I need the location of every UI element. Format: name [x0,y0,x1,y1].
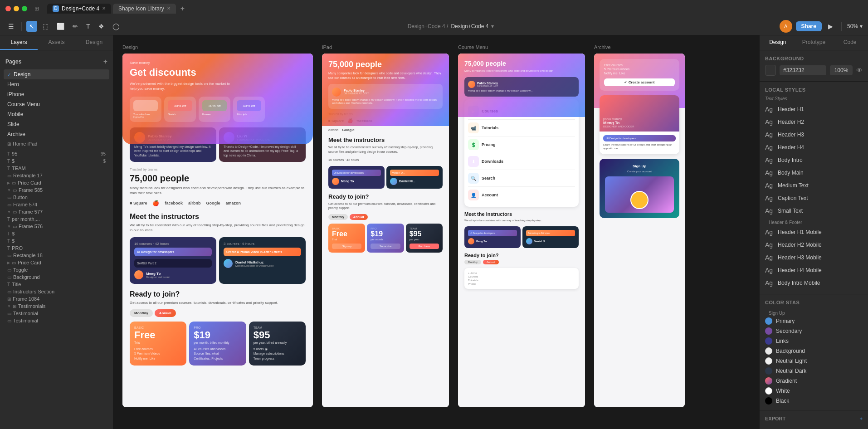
layer-rect18[interactable]: ▭ Rectangle 18 [4,252,109,259]
page-item-mobile[interactable]: Mobile [4,109,109,119]
text-style-h1-mobile[interactable]: Ag Header H1 Mobile [765,227,863,238]
layer-frame577[interactable]: ▼ ▭ Frame 577 [4,208,109,215]
ag-icon-3: Ag [765,131,774,138]
text-pro-icon: T [7,246,10,251]
move-tool[interactable]: ↖ [26,21,37,32]
text-style-h1[interactable]: Ag Header H1 [765,104,863,115]
layer-instructors[interactable]: ▭ Instructors Section [4,288,109,295]
play-button[interactable]: ▶ [825,21,836,32]
text-style-caption[interactable]: Ag Caption Text [765,193,863,204]
layer-toggle[interactable]: ▭ Toggle [4,266,109,273]
bg-opacity-value[interactable]: 100% [830,65,853,75]
page-item-hero[interactable]: Hero [4,79,109,89]
page-item-iphone[interactable]: iPhone [4,89,109,99]
color-background[interactable]: Background [765,347,863,355]
color-secondary[interactable]: Secondary [765,327,863,335]
tab-design[interactable]: Design [760,35,796,50]
layer-button[interactable]: ▭ Button [4,194,109,201]
layer-testimonial-2[interactable]: ▭ Testimonial [4,317,109,324]
layer-frame576[interactable]: ▼ ▭ Frame 576 [4,223,109,230]
page-item-course-menu[interactable]: Course Menu [4,99,109,109]
page-item-design[interactable]: ✓ Design [4,69,109,79]
ready-title: Ready to join? [130,290,306,298]
menu-button[interactable]: ☰ [5,21,17,32]
bg-color-value[interactable]: #323232 [780,65,826,75]
color-gradient[interactable]: Gradient [765,377,863,385]
design-tab-left[interactable]: Design [75,35,113,50]
price-card-pro: PRO $19 per month, billed monthly All co… [189,322,246,366]
layer-per-month[interactable]: T per month,... [4,215,109,223]
layer-frame585[interactable]: ▼ ▭ Frame 585 [4,186,109,194]
tab-prototype[interactable]: Prototype [796,35,832,50]
layer-dollar-3[interactable]: T $ [4,237,109,244]
home-ipad-group[interactable]: ⊞ Home iPad [4,139,109,148]
text-style-h4[interactable]: Ag Header H4 [765,142,863,153]
layer-frame574[interactable]: ▭ Frame 574 [4,201,109,208]
toggle-annual[interactable]: Annual [155,309,176,317]
layer-95[interactable]: T 95 95 [4,150,109,157]
text-style-body-main[interactable]: Ag Body Main [765,167,863,178]
pen-tool[interactable]: ✏ [70,21,81,32]
share-button[interactable]: Share [796,21,822,31]
text-style-h3-mobile[interactable]: Ag Header H3 Mobile [765,252,863,263]
tab-close-2-icon[interactable]: ✕ [167,6,171,11]
frame-course[interactable]: 75,000 people Many companies look for de… [458,54,585,407]
layer-pro-text[interactable]: T PRO [4,244,109,252]
text-style-body-mobile[interactable]: Ag Body Intro Mobile [765,278,863,288]
close-button[interactable] [5,6,11,11]
text-style-small[interactable]: Ag Small Text [765,205,863,216]
text-style-h2[interactable]: Ag Header H2 [765,117,863,127]
sign-up-label: Sign Up [765,309,863,317]
frame-tool[interactable]: ⬚ [40,21,51,32]
component-tool[interactable]: ❖ [96,21,107,32]
add-page-button[interactable]: + [103,58,107,66]
layer-title[interactable]: T Title [4,281,109,288]
color-white[interactable]: White [765,387,863,395]
frame-wrapper-3: Course Menu 75,000 people Many companies… [458,54,585,407]
color-neutral-light[interactable]: Neutral Light [765,357,863,365]
text-style-body-intro[interactable]: Ag Body Intro [765,155,863,166]
minimize-button[interactable] [14,6,19,11]
layer-testimonials[interactable]: ▼ ⊞ Testimonials [4,302,109,310]
add-tab-button[interactable]: + [178,5,187,13]
layer-dollar-1[interactable]: T $ $ [4,157,109,165]
page-item-slide[interactable]: Slide [4,119,109,129]
zoom-control[interactable]: 50% ▾ [847,23,863,29]
layer-rect17[interactable]: ▭ Rectangle 17 [4,172,109,179]
frame-ipad[interactable]: 75,000 people Many companies look for de… [322,54,449,407]
toggle-monthly[interactable]: Monthly [130,309,153,317]
export-add-button[interactable]: + [860,416,863,421]
tab-code[interactable]: Code [832,35,868,50]
page-item-archive[interactable]: Archive [4,129,109,139]
color-black[interactable]: Black [765,397,863,405]
tab-shape-icon[interactable]: Shape Icon Library ✕ [113,4,176,14]
text-style-h3[interactable]: Ag Header H3 [765,129,863,140]
canvas-area[interactable]: Design Save money Get discounts We've pa… [113,35,759,429]
color-primary[interactable]: Primary [765,317,863,325]
shape-tool[interactable]: ⬜ [54,21,67,32]
layers-tab[interactable]: Layers [0,35,38,50]
frame-design[interactable]: Save money Get discounts We've partnered… [122,54,313,407]
layer-price-card-2[interactable]: ▶ ▭ Price Card [4,259,109,266]
layer-price-card-1[interactable]: ▶ ▭ Price Card [4,179,109,186]
tab-design-code[interactable]: D Design+Code 4 ✕ [47,4,111,14]
layer-team[interactable]: T TEAM [4,165,109,172]
bg-color-swatch[interactable] [765,65,776,76]
text-style-h2-mobile[interactable]: Ag Header H2 Mobile [765,239,863,250]
text-tool[interactable]: T [83,21,93,32]
text-style-h4-mobile[interactable]: Ag Header H4 Mobile [765,265,863,276]
layer-background[interactable]: ▭ Background [4,273,109,281]
toolbar-left: ☰ ↖ ⬚ ⬜ ✏ T ❖ ◯ [5,21,122,32]
color-neutral-dark[interactable]: Neutral Dark [765,367,863,375]
visibility-toggle[interactable]: 👁 [856,67,863,74]
frame-archive[interactable]: Free courses 5 Premium videos Notify me.… [594,54,685,407]
layer-dollar-2[interactable]: T $ [4,230,109,237]
color-links[interactable]: Links [765,337,863,345]
maximize-button[interactable] [22,6,27,11]
assets-tab[interactable]: Assets [38,35,75,50]
text-style-medium[interactable]: Ag Medium Text [765,180,863,191]
layer-frame1084[interactable]: ⊞ Frame 1084 [4,295,109,302]
comment-tool[interactable]: ◯ [110,21,122,32]
tab-close-icon[interactable]: ✕ [102,6,106,11]
layer-testimonial-1[interactable]: ▭ Testimonial [4,310,109,317]
